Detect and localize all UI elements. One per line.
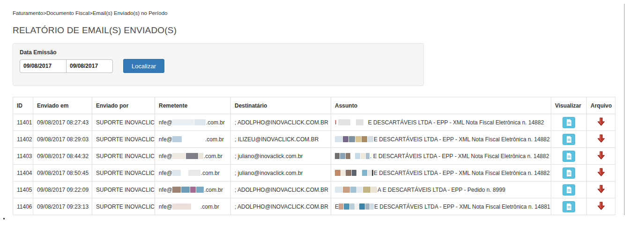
document-icon	[566, 119, 572, 126]
destinatario-cell: ; ADOLPHO@INOVACLICK.COM.BR	[231, 198, 331, 215]
assunto-redaction	[339, 203, 374, 210]
remetente-cell: nfe@.com.br	[155, 114, 231, 131]
document-icon	[566, 136, 572, 143]
assunto-suffix: . E DESCARTÁVEIS LTDA - EPP - XML Nota F…	[370, 153, 549, 160]
redacted-block	[182, 136, 205, 142]
remetente-prefix: nfe@	[159, 187, 172, 193]
redacted-block	[371, 187, 377, 193]
page: Faturamento>Documento Fiscal>Email(s) En…	[0, 0, 644, 225]
data-emissao-label: Data Emissão	[20, 49, 417, 56]
remetente-redaction	[172, 187, 204, 193]
download-arrow-icon[interactable]	[597, 202, 605, 211]
redacted-block	[368, 170, 371, 176]
date-from-input[interactable]	[20, 59, 67, 73]
assunto-suffix: E DESCARTÁVEIS LTDA - EPP - XML Nota Fis…	[374, 170, 550, 176]
enviado-em-cell: 09/08/2017 08:27:43	[33, 114, 92, 131]
remetente-prefix: nfe@	[159, 119, 172, 126]
download-arrow-icon[interactable]	[597, 185, 605, 195]
emails-table: IDEnviado emEnviado porRemetenteDestinat…	[13, 97, 615, 215]
email-id-cell: 11405	[13, 181, 33, 198]
redacted-block	[351, 119, 355, 125]
redacted-block	[363, 187, 370, 193]
document-icon	[566, 203, 572, 210]
page-title: RELATÓRIO DE EMAIL(S) ENVIADO(S)	[13, 25, 644, 36]
destinatario-cell: ; ADOLPHO@INOVACLICK.COM.BR	[231, 181, 331, 198]
arquivo-cell	[587, 114, 615, 131]
redacted-block	[335, 187, 342, 193]
remetente-cell: nfe@.com.br	[155, 148, 231, 165]
column-header: Remetente	[155, 97, 231, 114]
remetente-suffix: .com.br	[200, 203, 219, 210]
table-row: 11403 09/08/2017 08:44:32 SUPORTE INOVAC…	[13, 148, 615, 165]
visualizar-button[interactable]	[563, 134, 575, 145]
redacted-block	[365, 203, 370, 210]
visualizar-button[interactable]	[563, 151, 575, 162]
redacted-block	[181, 187, 190, 193]
visualizar-button[interactable]	[563, 184, 575, 196]
column-header: Enviado por	[92, 97, 155, 114]
redacted-block	[196, 187, 204, 193]
enviado-por-cell: SUPORTE INOVACLICK	[92, 165, 155, 181]
remetente-suffix: .com.br	[204, 153, 222, 160]
redacted-block	[172, 187, 181, 193]
redacted-block	[339, 203, 343, 210]
visualizar-button[interactable]	[563, 117, 575, 128]
destinatario-cell: ; juliano@inovaclick.com.br	[231, 165, 331, 181]
redacted-block	[172, 119, 194, 125]
visualizar-button[interactable]	[563, 167, 575, 179]
destinatario-cell: ; ILIZEU@INOVACLICK.COM.BR	[231, 131, 331, 148]
email-id-cell: 11406	[13, 198, 33, 215]
enviado-por-cell: SUPORTE INOVACLICK	[92, 131, 155, 148]
redacted-block	[194, 119, 206, 125]
column-header: Visualizar	[551, 97, 587, 114]
arquivo-cell	[587, 148, 615, 165]
assunto-cell: E DESCARTÁVEIS LTDA - EPP - XML Nota Fis…	[331, 165, 551, 181]
redacted-block	[181, 170, 188, 176]
redacted-block	[362, 136, 367, 142]
remetente-redaction	[172, 136, 205, 143]
redacted-block	[350, 203, 355, 210]
redacted-block	[172, 153, 185, 159]
visualizar-button[interactable]	[563, 201, 575, 212]
enviado-por-cell: SUPORTE INOVACLICK	[92, 148, 155, 165]
arquivo-cell	[587, 131, 615, 148]
remetente-suffix: .com.br	[201, 170, 220, 176]
localizar-button[interactable]: Localizar	[123, 59, 164, 73]
table-row: 11406 09/08/2017 09:23:13 SUPORTE INOVAC…	[13, 198, 615, 215]
redacted-block	[352, 170, 356, 176]
download-arrow-icon[interactable]	[597, 117, 605, 127]
redacted-block	[349, 136, 355, 142]
column-header: ID	[13, 97, 33, 114]
remetente-prefix: nfe@	[159, 153, 172, 160]
redacted-block	[338, 119, 350, 125]
redacted-block	[350, 187, 356, 193]
redacted-block	[188, 170, 200, 176]
download-arrow-icon[interactable]	[597, 134, 605, 144]
redacted-block	[355, 153, 360, 159]
redacted-block	[346, 170, 351, 176]
download-arrow-icon[interactable]	[597, 151, 605, 161]
visualizar-cell	[551, 165, 587, 181]
filter-row: Localizar	[20, 59, 417, 73]
remetente-prefix: nfe@	[159, 136, 172, 143]
redacted-block	[370, 203, 374, 210]
enviado-em-cell: 09/08/2017 08:50:45	[33, 165, 92, 181]
assunto-redaction	[338, 119, 368, 126]
assunto-cell: A E DESCARTÁVEIS LTDA - EPP - Pedido n. …	[331, 181, 551, 198]
date-to-input[interactable]	[66, 59, 113, 73]
enviado-por-cell: SUPORTE INOVACLICK	[92, 181, 155, 198]
remetente-prefix: nfe@	[159, 170, 172, 176]
remetente-redaction	[172, 119, 206, 126]
table-header-row: IDEnviado emEnviado porRemetenteDestinat…	[13, 97, 615, 114]
download-arrow-icon[interactable]	[597, 168, 605, 178]
redacted-block	[190, 187, 196, 193]
assunto-redaction	[335, 136, 374, 143]
assunto-redaction	[335, 170, 374, 176]
table-row: 11402 09/08/2017 08:29:03 SUPORTE INOVAC…	[13, 131, 615, 148]
page-edge-divider	[624, 4, 625, 215]
table-row: 11401 09/08/2017 08:27:43 SUPORTE INOVAC…	[13, 114, 615, 131]
redacted-block	[335, 153, 340, 159]
enviado-em-cell: 09/08/2017 08:29:03	[33, 131, 92, 148]
enviado-por-cell: SUPORTE INOVACLICK	[92, 114, 155, 131]
visualizar-cell	[551, 148, 587, 165]
